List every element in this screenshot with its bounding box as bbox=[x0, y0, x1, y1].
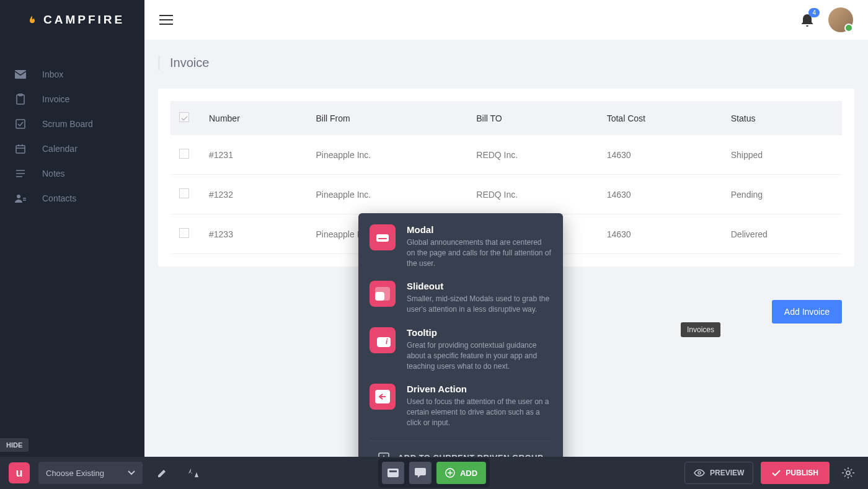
cell-cost: 14630 bbox=[598, 175, 722, 214]
svg-point-17 bbox=[698, 472, 701, 474]
app-logo[interactable]: u bbox=[9, 462, 30, 483]
preview-label: PREVIEW bbox=[710, 469, 744, 477]
tooltip-label: Invoices bbox=[681, 322, 720, 337]
translate-button[interactable] bbox=[182, 462, 205, 484]
col-header: Bill From bbox=[307, 101, 467, 135]
popover-item[interactable]: Modal Global announcements that are cent… bbox=[370, 224, 552, 268]
cell-from: Pineapple Inc. bbox=[307, 135, 467, 175]
settings-button[interactable] bbox=[837, 462, 859, 484]
card-icon bbox=[388, 469, 399, 477]
comment-icon bbox=[415, 468, 426, 478]
pencil-icon bbox=[157, 467, 168, 478]
sidebar-item-notes[interactable]: Notes bbox=[0, 161, 144, 186]
checkbox-all[interactable] bbox=[179, 112, 189, 122]
sidebar-item-invoice[interactable]: Invoice bbox=[0, 87, 144, 112]
sidebar-item-calendar[interactable]: Calendar bbox=[0, 136, 144, 161]
plus-circle-icon bbox=[445, 468, 455, 478]
svg-point-5 bbox=[17, 195, 20, 198]
preview-button[interactable]: PREVIEW bbox=[684, 462, 753, 484]
svg-rect-3 bbox=[16, 120, 25, 128]
col-header: Number bbox=[200, 101, 307, 135]
sidebar-item-contacts[interactable]: Contacts bbox=[0, 186, 144, 211]
person-icon bbox=[15, 193, 26, 204]
center-toolbar: ADD bbox=[378, 458, 490, 488]
popover-item-icon bbox=[370, 384, 396, 410]
hide-tab[interactable]: HIDE bbox=[0, 438, 29, 452]
cell-to: REDQ Inc. bbox=[467, 135, 598, 175]
add-popover: Modal Global announcements that are cent… bbox=[358, 213, 563, 474]
svg-rect-9 bbox=[375, 292, 384, 301]
table-row[interactable]: #1232 Pineapple Inc. REDQ Inc. 14630 Pen… bbox=[170, 175, 842, 214]
sidebar-item-scrum[interactable]: Scrum Board bbox=[0, 112, 144, 136]
popover-item-desc: Used to focus the attention of the user … bbox=[407, 397, 552, 428]
col-header: Status bbox=[722, 101, 842, 135]
svg-rect-10 bbox=[377, 337, 391, 347]
sidebar-item-label: Notes bbox=[42, 169, 65, 178]
row-checkbox[interactable] bbox=[179, 149, 189, 159]
popover-item-icon bbox=[370, 281, 396, 307]
sidebar-item-label: Contacts bbox=[42, 193, 76, 203]
eye-icon bbox=[694, 469, 705, 477]
row-checkbox[interactable] bbox=[179, 188, 189, 198]
translate-icon bbox=[187, 467, 200, 478]
svg-rect-14 bbox=[388, 469, 399, 477]
cell-number: #1232 bbox=[200, 175, 307, 214]
gear-icon bbox=[842, 467, 854, 479]
popover-item-desc: Great for providing contextual guidance … bbox=[407, 340, 552, 371]
sidebar-item-label: Invoice bbox=[42, 94, 69, 104]
cell-cost: 14630 bbox=[598, 214, 722, 254]
popover-item-title: Modal bbox=[407, 224, 552, 235]
publish-label: PUBLISH bbox=[786, 469, 818, 477]
calendar-icon bbox=[15, 143, 26, 154]
svg-point-18 bbox=[846, 471, 850, 475]
cell-number: #1231 bbox=[200, 135, 307, 175]
cell-status: Pending bbox=[722, 175, 842, 214]
choose-label: Choose Existing bbox=[46, 469, 104, 478]
sidebar-item-label: Calendar bbox=[42, 144, 78, 154]
choose-existing-dropdown[interactable]: Choose Existing bbox=[38, 462, 143, 484]
svg-rect-4 bbox=[16, 146, 25, 153]
sidebar-item-inbox[interactable]: Inbox bbox=[0, 62, 144, 87]
hamburger-icon[interactable] bbox=[159, 15, 173, 25]
comment-button[interactable] bbox=[409, 462, 432, 484]
topbar: 4 bbox=[144, 0, 868, 40]
cell-cost: 14630 bbox=[598, 135, 722, 175]
popover-item-desc: Smaller, mid-sized Modals used to grab t… bbox=[407, 294, 552, 315]
popover-item[interactable]: i Tooltip Great for providing contextual… bbox=[370, 327, 552, 371]
sidebar-item-label: Scrum Board bbox=[42, 119, 93, 129]
notifications-button[interactable]: 4 bbox=[801, 13, 813, 27]
popover-item-title: Slideout bbox=[407, 281, 552, 291]
chevron-down-icon bbox=[128, 470, 135, 475]
sidebar-nav: Inbox Invoice Scrum Board Calendar Notes… bbox=[0, 40, 144, 211]
popover-item[interactable]: Slideout Smaller, mid-sized Modals used … bbox=[370, 281, 552, 315]
publish-button[interactable]: PUBLISH bbox=[761, 462, 830, 484]
cell-status: Shipped bbox=[722, 135, 842, 175]
flame-icon bbox=[27, 14, 37, 26]
mail-icon bbox=[15, 69, 26, 80]
svg-rect-0 bbox=[15, 70, 26, 79]
popover-item-icon: i bbox=[370, 327, 396, 353]
clipboard-icon bbox=[15, 94, 26, 105]
avatar[interactable] bbox=[828, 7, 853, 32]
cell-to: REDQ Inc. bbox=[467, 175, 598, 214]
card-button[interactable] bbox=[382, 462, 404, 484]
cell-from: Pineapple Inc. bbox=[307, 175, 467, 214]
cell-number: #1233 bbox=[200, 214, 307, 254]
popover-item-icon bbox=[370, 224, 396, 250]
add-button[interactable]: ADD bbox=[436, 462, 486, 484]
popover-item-desc: Global announcements that are centered o… bbox=[407, 237, 552, 268]
popover-item[interactable]: Driven Action Used to focus the attentio… bbox=[370, 384, 552, 428]
popover-item-title: Driven Action bbox=[407, 384, 552, 394]
notes-icon bbox=[15, 168, 26, 179]
popover-item-title: Tooltip bbox=[407, 327, 552, 338]
check-square-icon bbox=[15, 118, 26, 130]
svg-rect-15 bbox=[389, 470, 397, 472]
table-row[interactable]: #1231 Pineapple Inc. REDQ Inc. 14630 Shi… bbox=[170, 135, 842, 175]
edit-button[interactable] bbox=[151, 462, 174, 484]
add-label: ADD bbox=[460, 469, 477, 478]
row-checkbox[interactable] bbox=[179, 228, 189, 238]
sidebar: CAMPFIRE Inbox Invoice Scrum Board Calen… bbox=[0, 0, 144, 489]
cell-status: Delivered bbox=[722, 214, 842, 254]
add-invoice-button[interactable]: Add Invoice bbox=[772, 300, 842, 324]
brand: CAMPFIRE bbox=[0, 0, 144, 40]
